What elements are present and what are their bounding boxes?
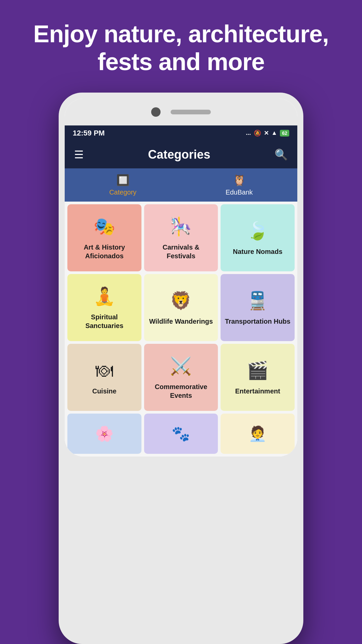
hero-text: Enjoy nature, architecture, fests and mo… bbox=[0, 0, 362, 93]
edubank-tab-icon: 🦉 bbox=[233, 174, 246, 186]
art-history-label: Art & History Aficionados bbox=[71, 243, 137, 260]
commemorative-icon: ⚔️ bbox=[170, 356, 192, 376]
category-carnivals[interactable]: 🎠 Carnivals & Festivals bbox=[144, 204, 218, 271]
status-dots: ... bbox=[246, 129, 251, 137]
category-nature[interactable]: 🍃 Nature Nomads bbox=[221, 204, 295, 271]
category-guide[interactable]: 🧑‍💼 bbox=[221, 414, 295, 454]
tab-edubank[interactable]: 🦉 EduBank bbox=[181, 168, 297, 202]
battery-indicator: 62 bbox=[280, 130, 289, 137]
commemorative-label: Commemorative Events bbox=[148, 382, 214, 400]
category-spiritual[interactable]: 🧘 Spiritual Sanctuaries bbox=[67, 274, 141, 341]
search-button[interactable]: 🔍 bbox=[275, 148, 288, 161]
category-flowers[interactable]: 🌸 bbox=[67, 414, 141, 454]
status-bar: 12:59 PM ... 🔕 ✕ ▲ 62 bbox=[65, 125, 297, 141]
phone-bezel bbox=[65, 99, 297, 125]
guide-icon: 🧑‍💼 bbox=[248, 425, 267, 442]
edubank-tab-label: EduBank bbox=[226, 189, 253, 196]
page-title: Categories bbox=[148, 148, 210, 162]
category-tab-label: Category bbox=[109, 189, 136, 196]
art-history-icon: 🎭 bbox=[94, 216, 115, 237]
tab-category[interactable]: 🔲 Category bbox=[65, 168, 181, 202]
category-tab-icon: 🔲 bbox=[116, 174, 130, 186]
pets-icon: 🐾 bbox=[172, 425, 190, 442]
camera bbox=[151, 107, 161, 117]
nature-icon: 🍃 bbox=[247, 221, 268, 241]
bottom-partial-row: 🌸 🐾 🧑‍💼 bbox=[65, 414, 297, 457]
categories-grid: 🎭 Art & History Aficionados 🎠 Carnivals … bbox=[65, 202, 297, 414]
status-bell: 🔕 bbox=[254, 129, 261, 137]
spiritual-label: Spiritual Sanctuaries bbox=[71, 313, 137, 330]
status-sim: ✕ bbox=[264, 129, 269, 137]
menu-button[interactable]: ☰ bbox=[74, 148, 84, 161]
spiritual-icon: 🧘 bbox=[94, 286, 115, 307]
carnivals-icon: 🎠 bbox=[170, 216, 192, 237]
flowers-icon: 🌸 bbox=[95, 425, 114, 442]
app-bar: ☰ Categories 🔍 bbox=[65, 141, 297, 168]
category-commemorative[interactable]: ⚔️ Commemorative Events bbox=[144, 344, 218, 411]
category-entertainment[interactable]: 🎬 Entertainment bbox=[221, 344, 295, 411]
phone-frame: 12:59 PM ... 🔕 ✕ ▲ 62 ☰ Categories 🔍 🔲 C… bbox=[59, 93, 303, 644]
category-pets[interactable]: 🐾 bbox=[144, 414, 218, 454]
speaker bbox=[171, 110, 211, 114]
wildlife-label: Wildlife Wanderings bbox=[149, 317, 213, 326]
nature-label: Nature Nomads bbox=[233, 247, 283, 256]
transportation-label: Transportation Hubs bbox=[225, 317, 291, 326]
cuisine-label: Cuisine bbox=[92, 387, 116, 395]
transportation-icon: 🚆 bbox=[247, 290, 268, 311]
carnivals-label: Carnivals & Festivals bbox=[148, 243, 214, 260]
tab-bar: 🔲 Category 🦉 EduBank bbox=[65, 168, 297, 202]
category-cuisine[interactable]: 🍽 Cuisine bbox=[67, 344, 141, 411]
status-time: 12:59 PM bbox=[73, 129, 105, 138]
wildlife-icon: 🦁 bbox=[170, 290, 192, 311]
status-wifi: ▲ bbox=[272, 129, 278, 137]
category-art-history[interactable]: 🎭 Art & History Aficionados bbox=[67, 204, 141, 271]
entertainment-icon: 🎬 bbox=[247, 360, 268, 381]
category-wildlife[interactable]: 🦁 Wildlife Wanderings bbox=[144, 274, 218, 341]
cuisine-icon: 🍽 bbox=[96, 361, 113, 381]
entertainment-label: Entertainment bbox=[235, 387, 280, 395]
category-transportation[interactable]: 🚆 Transportation Hubs bbox=[221, 274, 295, 341]
